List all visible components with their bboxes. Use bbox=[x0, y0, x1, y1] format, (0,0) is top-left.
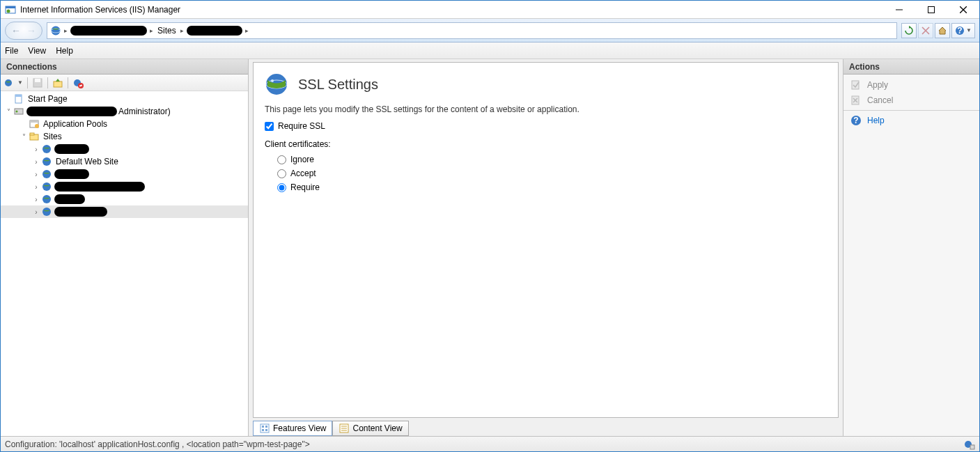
require-ssl-checkbox-row[interactable]: Require SSL bbox=[265, 121, 827, 131]
breadcrumb-host-redacted bbox=[70, 26, 147, 36]
tree-default-site[interactable]: › Default Web Site bbox=[1, 155, 248, 168]
status-mode-icon[interactable] bbox=[964, 439, 975, 450]
svg-rect-4 bbox=[928, 6, 935, 13]
tree-site-selected[interactable]: › bbox=[1, 205, 248, 218]
site-icon bbox=[41, 156, 52, 167]
svg-point-15 bbox=[5, 79, 12, 86]
window-title: Internet Information Services (IIS) Mana… bbox=[20, 5, 883, 15]
help-dropdown-button[interactable]: ?▼ bbox=[951, 23, 975, 38]
menu-view[interactable]: View bbox=[28, 46, 46, 56]
svg-rect-18 bbox=[54, 81, 62, 87]
tree-site-redacted-4[interactable]: › bbox=[1, 193, 248, 205]
chevron-right-icon: ▸ bbox=[64, 27, 68, 34]
minimize-button[interactable] bbox=[883, 1, 915, 18]
site-name-redacted bbox=[54, 182, 145, 192]
svg-rect-58 bbox=[970, 445, 974, 449]
action-apply: Apply bbox=[843, 77, 979, 93]
close-button[interactable] bbox=[947, 1, 979, 18]
svg-rect-44 bbox=[265, 426, 267, 428]
address-toolbar: ?▼ bbox=[901, 23, 975, 38]
center-panel: SSL Settings This page lets you modify t… bbox=[249, 59, 843, 436]
svg-point-35 bbox=[42, 170, 51, 178]
radio-accept-row[interactable]: Accept bbox=[277, 169, 827, 178]
tree-server-node[interactable]: ˅ Administrator) bbox=[1, 105, 248, 118]
site-name-redacted bbox=[54, 194, 85, 204]
titlebar: Internet Information Services (IIS) Mana… bbox=[1, 1, 979, 19]
breadcrumb-bar[interactable]: ▸ ▸ Sites ▸ ▸ bbox=[47, 22, 897, 39]
svg-point-34 bbox=[42, 157, 51, 166]
chevron-right-icon: ▸ bbox=[180, 27, 184, 34]
svg-rect-51 bbox=[852, 81, 859, 89]
connections-tree[interactable]: Start Page ˅ Administrator) Application … bbox=[1, 91, 248, 436]
tree-site-redacted-3[interactable]: › bbox=[1, 180, 248, 193]
radio-accept[interactable] bbox=[277, 169, 286, 178]
back-button[interactable]: ← bbox=[11, 25, 21, 36]
status-bar: Configuration: 'localhost' applicationHo… bbox=[1, 436, 979, 451]
up-icon[interactable] bbox=[52, 77, 63, 88]
svg-rect-32 bbox=[30, 133, 34, 135]
address-row: ← → ▸ ▸ Sites ▸ ▸ ?▼ bbox=[1, 19, 979, 42]
dropdown-icon[interactable]: ▼ bbox=[17, 79, 23, 86]
globe-icon bbox=[50, 25, 61, 36]
svg-text:?: ? bbox=[957, 26, 962, 36]
actions-header: Actions bbox=[843, 59, 979, 75]
require-ssl-checkbox[interactable] bbox=[265, 122, 274, 131]
svg-rect-42 bbox=[260, 424, 269, 432]
svg-rect-29 bbox=[30, 120, 38, 123]
folder-icon bbox=[29, 131, 40, 142]
svg-point-41 bbox=[271, 79, 274, 82]
page-icon bbox=[13, 93, 24, 104]
delete-connection-icon[interactable] bbox=[72, 77, 84, 88]
tab-features-view[interactable]: Features View bbox=[253, 421, 332, 436]
tree-site-redacted-2[interactable]: › bbox=[1, 168, 248, 180]
site-icon bbox=[41, 194, 52, 205]
site-name-redacted bbox=[54, 169, 89, 179]
action-cancel: Cancel bbox=[843, 93, 979, 108]
maximize-button[interactable] bbox=[915, 1, 947, 18]
view-tabs: Features View Content View bbox=[253, 421, 839, 436]
refresh-button[interactable] bbox=[901, 23, 917, 38]
status-text: Configuration: 'localhost' applicationHo… bbox=[5, 439, 310, 449]
nav-buttons: ← → bbox=[5, 22, 42, 40]
svg-point-2 bbox=[7, 9, 10, 13]
connect-icon[interactable] bbox=[3, 77, 15, 88]
svg-rect-45 bbox=[262, 429, 264, 431]
server-icon bbox=[13, 106, 24, 117]
stop-button[interactable] bbox=[918, 23, 933, 38]
content-view-icon bbox=[339, 423, 350, 434]
tree-site-redacted-1[interactable]: › bbox=[1, 143, 248, 155]
tree-start-page[interactable]: Start Page bbox=[1, 93, 248, 105]
radio-require[interactable] bbox=[277, 183, 286, 192]
tree-app-pools[interactable]: Application Pools bbox=[1, 118, 248, 130]
radio-ignore[interactable] bbox=[277, 155, 286, 164]
svg-rect-1 bbox=[6, 6, 15, 8]
svg-rect-17 bbox=[35, 79, 40, 82]
app-icon bbox=[5, 4, 16, 15]
menu-help[interactable]: Help bbox=[56, 46, 73, 56]
ssl-globe-icon bbox=[265, 72, 288, 96]
menu-file[interactable]: File bbox=[5, 46, 18, 56]
require-ssl-label: Require SSL bbox=[278, 121, 325, 131]
radio-require-row[interactable]: Require bbox=[277, 182, 827, 192]
tree-sites-node[interactable]: ˅ Sites bbox=[1, 130, 248, 143]
actions-panel: Actions Apply Cancel ? Help bbox=[843, 59, 979, 436]
svg-point-30 bbox=[35, 124, 39, 128]
svg-point-33 bbox=[42, 145, 51, 153]
apply-icon bbox=[850, 79, 862, 91]
server-name-redacted bbox=[26, 107, 117, 116]
forward-button[interactable]: → bbox=[26, 25, 36, 36]
svg-point-36 bbox=[42, 182, 51, 191]
tab-content-view[interactable]: Content View bbox=[332, 421, 408, 436]
svg-marker-19 bbox=[56, 79, 60, 81]
save-icon[interactable] bbox=[32, 77, 43, 88]
breadcrumb-sites[interactable]: Sites bbox=[156, 26, 178, 36]
chevron-right-icon: ▸ bbox=[245, 27, 249, 34]
help-icon: ? bbox=[850, 115, 862, 126]
radio-ignore-row[interactable]: Ignore bbox=[277, 155, 827, 164]
client-cert-label: Client certificates: bbox=[265, 139, 827, 149]
home-button[interactable] bbox=[935, 23, 950, 38]
action-help[interactable]: ? Help bbox=[843, 113, 979, 128]
svg-point-27 bbox=[16, 111, 18, 113]
site-icon bbox=[41, 181, 52, 192]
connections-header: Connections bbox=[1, 59, 248, 75]
